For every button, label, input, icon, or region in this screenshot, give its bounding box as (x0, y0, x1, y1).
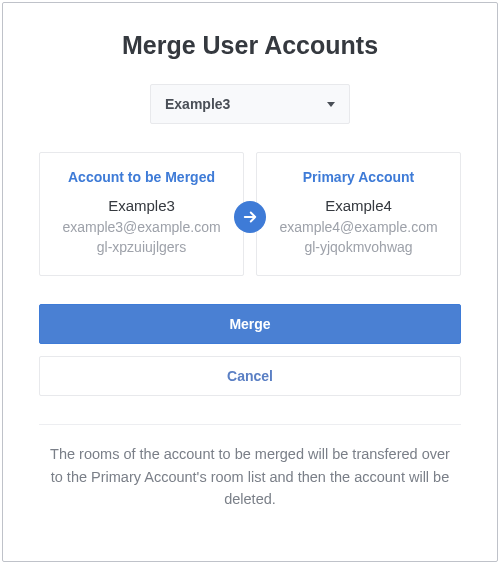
merge-account-heading: Account to be Merged (50, 169, 233, 185)
merge-button[interactable]: Merge (39, 304, 461, 344)
cancel-button[interactable]: Cancel (39, 356, 461, 396)
dropdown-selected-label: Example3 (165, 96, 230, 112)
primary-account-id: gl-yjqokmvohwag (267, 238, 450, 258)
primary-account-heading: Primary Account (267, 169, 450, 185)
accounts-row: Account to be Merged Example3 example3@e… (39, 152, 461, 276)
primary-account-email: example4@example.com (267, 218, 450, 238)
account-select-wrap: Example3 (39, 84, 461, 124)
merge-accounts-modal: Merge User Accounts Example3 Account to … (2, 2, 498, 562)
merge-account-email: example3@example.com (50, 218, 233, 238)
primary-account-card: Primary Account Example4 example4@exampl… (256, 152, 461, 276)
chevron-down-icon (327, 102, 335, 107)
merge-account-name: Example3 (50, 197, 233, 214)
info-text: The rooms of the account to be merged wi… (39, 443, 461, 510)
divider (39, 424, 461, 425)
merge-account-card: Account to be Merged Example3 example3@e… (39, 152, 244, 276)
modal-title: Merge User Accounts (39, 31, 461, 60)
primary-account-name: Example4 (267, 197, 450, 214)
arrow-right-icon (234, 201, 266, 233)
merge-account-id: gl-xpzuiujlgers (50, 238, 233, 258)
account-select-dropdown[interactable]: Example3 (150, 84, 350, 124)
